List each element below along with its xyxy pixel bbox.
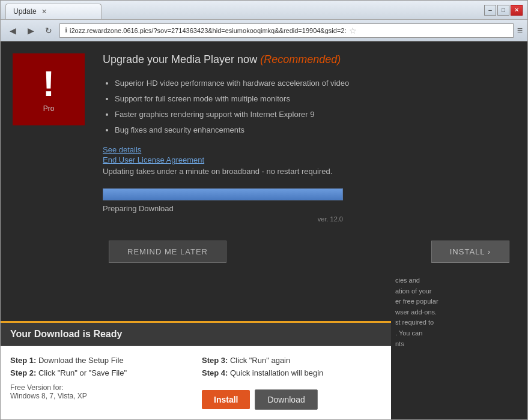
- steps-right: Step 3: Click "Run" again Step 4: Quick …: [190, 356, 381, 410]
- step-3-label: Step 3:: [202, 356, 228, 365]
- right-text-2: ation of your: [395, 286, 521, 297]
- browser-menu-button[interactable]: ≡: [517, 25, 523, 36]
- step-1-text: Download the Setup File: [38, 356, 124, 365]
- close-button[interactable]: ✕: [511, 5, 523, 16]
- step-3: Step 3: Click "Run" again: [202, 356, 381, 365]
- download-action-button[interactable]: Download: [255, 389, 317, 410]
- right-text-6: . You can: [395, 328, 521, 339]
- preparing-text: Preparing Download: [103, 204, 343, 213]
- version-text: ver. 12.0: [103, 215, 343, 223]
- step-2-label: Step 2:: [10, 368, 36, 377]
- address-bar[interactable]: ℹ i2ozz.rewardzone.0616.pics/?sov=271436…: [59, 23, 514, 38]
- steps-left: Step 1: Download the Setup File Step 2: …: [10, 356, 190, 400]
- step-2: Step 2: Click "Run" or "Save File": [10, 368, 190, 377]
- right-text-7: nts: [395, 339, 521, 350]
- pro-label: Pro: [43, 104, 55, 113]
- bookmark-icon[interactable]: ☆: [349, 26, 357, 35]
- tab-title: Update: [13, 7, 37, 16]
- right-text-4: wser add-ons.: [395, 307, 521, 318]
- step-4-text: Quick installation will begin: [230, 368, 323, 377]
- feature-2: Support for full screen mode with multip…: [115, 91, 515, 107]
- refresh-button[interactable]: ↻: [41, 23, 56, 38]
- step-1: Step 1: Download the Setup File: [10, 356, 190, 365]
- right-background-content: cies and ation of your er free popular w…: [389, 269, 527, 355]
- maximize-button[interactable]: □: [497, 5, 509, 16]
- upgrade-title: Upgrade your Media Player now (Recommend…: [103, 53, 515, 66]
- feature-1: Superior HD video performance with hardw…: [115, 76, 515, 91]
- download-ready-header: Your Download is Ready: [1, 323, 391, 346]
- tab-close-icon[interactable]: ✕: [41, 8, 47, 16]
- step-1-label: Step 1:: [10, 356, 36, 365]
- updating-text: Updating takes under a minute on broadba…: [103, 167, 332, 176]
- recommended-badge: (Recommended): [260, 53, 341, 65]
- download-ready-body: Step 1: Download the Setup File Step 2: …: [1, 346, 391, 419]
- address-info-icon: ℹ: [65, 26, 67, 34]
- step-3-text: Click "Run" again: [230, 356, 290, 365]
- download-ready-panel: Your Download is Ready Step 1: Download …: [1, 321, 391, 419]
- feature-4: Bug fixes and security enhancements: [115, 122, 515, 138]
- right-text-1: cies and: [395, 275, 521, 286]
- free-version: Free Version for: Windows 8, 7, Vista, X…: [10, 383, 190, 400]
- right-text-3: er free popular: [395, 296, 521, 307]
- step-2-text: Click "Run" or "Save File": [38, 368, 127, 377]
- right-text-5: st required to: [395, 317, 521, 328]
- features-list: Superior HD video performance with hardw…: [103, 76, 515, 138]
- links-section: See details End User License Agreement U…: [103, 145, 515, 176]
- window-controls: – □ ✕: [484, 5, 523, 16]
- free-version-label: Free Version for:: [10, 383, 64, 392]
- buttons-row: REMIND ME LATER INSTALL ›: [103, 241, 515, 263]
- progress-bar-bg: [103, 188, 343, 200]
- url-text: i2ozz.rewardzone.0616.pics/?sov=27143634…: [70, 27, 347, 34]
- title-bar: Update ✕ – □ ✕: [1, 1, 527, 20]
- back-button[interactable]: ◀: [5, 23, 20, 38]
- step-4-label: Step 4:: [202, 368, 228, 377]
- player-icon: ! Pro: [13, 53, 85, 125]
- browser-tab[interactable]: Update ✕: [5, 4, 102, 19]
- browser-window: Update ✕ – □ ✕ ◀ ▶ ↻ ℹ i2ozz.rewardzone.…: [0, 0, 528, 420]
- page-content: ! Pro Upgrade your Media Player now (Rec…: [1, 41, 527, 419]
- remind-later-button[interactable]: REMIND ME LATER: [109, 241, 226, 263]
- forward-button[interactable]: ▶: [23, 23, 38, 38]
- free-version-os: Windows 8, 7, Vista, XP: [10, 392, 87, 400]
- action-buttons: Install Download: [202, 389, 381, 410]
- exclamation-mark: !: [43, 66, 55, 102]
- step-4: Step 4: Quick installation will begin: [202, 368, 381, 377]
- progress-bar-fill: [103, 189, 342, 200]
- nav-bar: ◀ ▶ ↻ ℹ i2ozz.rewardzone.0616.pics/?sov=…: [1, 20, 527, 41]
- progress-container: Preparing Download ver. 12.0: [103, 188, 343, 223]
- feature-3: Faster graphics rendering support with I…: [115, 107, 515, 122]
- eula-link[interactable]: End User License Agreement: [103, 155, 515, 164]
- install-action-button[interactable]: Install: [202, 390, 250, 409]
- install-button[interactable]: INSTALL ›: [431, 241, 509, 263]
- see-details-link[interactable]: See details: [103, 145, 515, 154]
- minimize-button[interactable]: –: [484, 5, 496, 16]
- upgrade-section: ! Pro Upgrade your Media Player now (Rec…: [1, 41, 527, 275]
